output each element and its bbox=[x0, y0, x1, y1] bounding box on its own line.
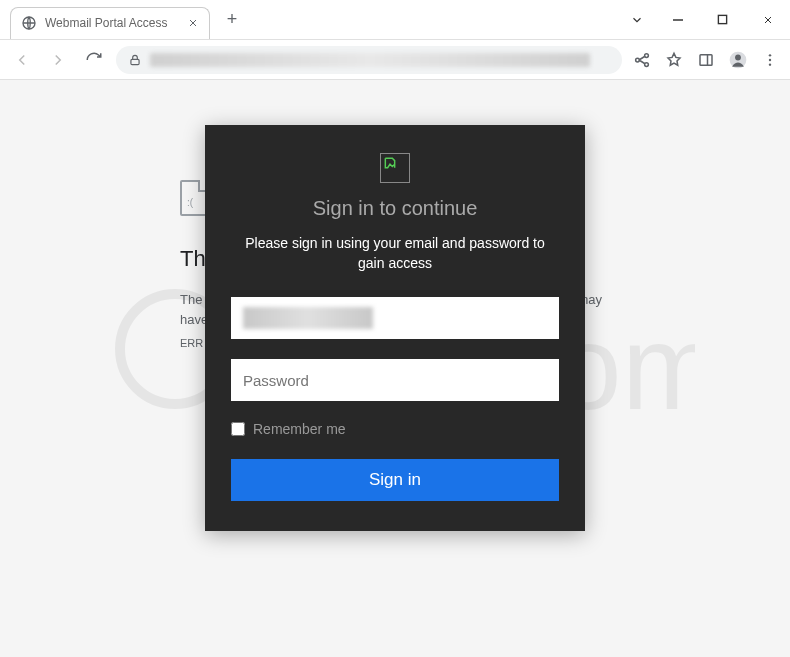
globe-icon bbox=[21, 15, 37, 31]
remember-me[interactable]: Remember me bbox=[231, 421, 559, 437]
new-tab-button[interactable]: + bbox=[222, 9, 242, 30]
menu-icon[interactable] bbox=[758, 48, 782, 72]
window-controls bbox=[619, 0, 790, 40]
browser-tab[interactable]: Webmail Portal Access bbox=[10, 7, 210, 39]
svg-point-8 bbox=[735, 54, 741, 60]
svg-point-4 bbox=[645, 53, 649, 57]
svg-rect-2 bbox=[131, 59, 139, 64]
address-bar[interactable] bbox=[116, 46, 622, 74]
svg-point-9 bbox=[769, 54, 771, 56]
svg-point-10 bbox=[769, 58, 771, 60]
svg-point-3 bbox=[636, 58, 640, 62]
remember-label: Remember me bbox=[253, 421, 346, 437]
star-icon[interactable] bbox=[662, 48, 686, 72]
maximize-button[interactable] bbox=[700, 0, 745, 40]
modal-subheading: Please sign in using your email and pass… bbox=[231, 234, 559, 273]
chevron-down-icon[interactable] bbox=[619, 0, 655, 40]
browser-toolbar bbox=[0, 40, 790, 80]
email-field[interactable] bbox=[231, 297, 559, 339]
close-tab-icon[interactable] bbox=[187, 17, 199, 29]
signin-button[interactable]: Sign in bbox=[231, 459, 559, 501]
panel-icon[interactable] bbox=[694, 48, 718, 72]
broken-image-icon bbox=[380, 153, 410, 183]
modal-heading: Sign in to continue bbox=[231, 197, 559, 220]
forward-button[interactable] bbox=[44, 46, 72, 74]
remember-checkbox[interactable] bbox=[231, 422, 245, 436]
browser-titlebar: Webmail Portal Access + bbox=[0, 0, 790, 40]
password-input[interactable] bbox=[243, 372, 547, 389]
close-window-button[interactable] bbox=[745, 0, 790, 40]
page-content: risk.com :( This site can't be reached T… bbox=[0, 80, 790, 657]
profile-icon[interactable] bbox=[726, 48, 750, 72]
url-text bbox=[150, 53, 590, 67]
svg-point-5 bbox=[645, 62, 649, 66]
reload-button[interactable] bbox=[80, 46, 108, 74]
password-field[interactable] bbox=[231, 359, 559, 401]
tab-title: Webmail Portal Access bbox=[45, 16, 168, 30]
back-button[interactable] bbox=[8, 46, 36, 74]
svg-point-11 bbox=[769, 63, 771, 65]
lock-icon bbox=[128, 53, 142, 67]
svg-rect-1 bbox=[718, 15, 726, 23]
minimize-button[interactable] bbox=[655, 0, 700, 40]
email-value-redacted bbox=[243, 307, 373, 329]
svg-rect-6 bbox=[700, 54, 712, 65]
signin-modal: Sign in to continue Please sign in using… bbox=[205, 125, 585, 531]
share-icon[interactable] bbox=[630, 48, 654, 72]
